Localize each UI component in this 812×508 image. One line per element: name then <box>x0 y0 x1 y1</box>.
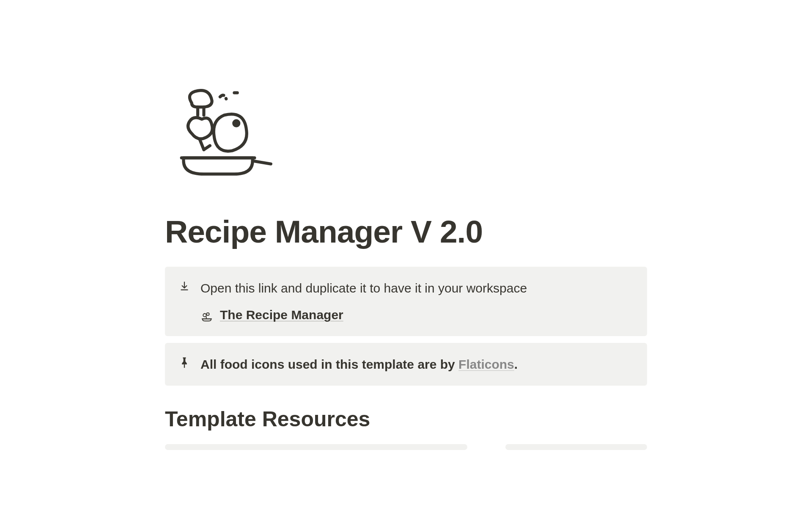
download-callout: Open this link and duplicate it to have … <box>165 267 647 336</box>
recipe-icon <box>200 309 213 321</box>
attribution-text-prefix: All food icons used in this template are… <box>200 357 458 371</box>
recipe-manager-link[interactable]: The Recipe Manager <box>220 305 343 324</box>
flaticons-link[interactable]: Flaticons <box>458 357 514 371</box>
resource-cards-row <box>165 444 647 450</box>
resource-card[interactable] <box>505 444 647 450</box>
svg-line-4 <box>204 146 210 150</box>
svg-point-10 <box>203 313 206 317</box>
svg-line-0 <box>252 161 271 164</box>
cooking-pan-icon <box>173 85 647 188</box>
download-callout-text: Open this link and duplicate it to have … <box>200 279 634 298</box>
svg-point-2 <box>234 121 239 126</box>
attribution-text-suffix: . <box>514 357 518 371</box>
page-title: Recipe Manager V 2.0 <box>165 213 647 250</box>
attribution-callout: All food icons used in this template are… <box>165 343 647 386</box>
template-resources-heading: Template Resources <box>165 407 647 431</box>
svg-point-11 <box>206 312 209 315</box>
pin-icon <box>178 356 190 368</box>
download-icon <box>178 280 190 292</box>
resource-card[interactable] <box>165 444 467 450</box>
svg-line-3 <box>200 140 204 150</box>
